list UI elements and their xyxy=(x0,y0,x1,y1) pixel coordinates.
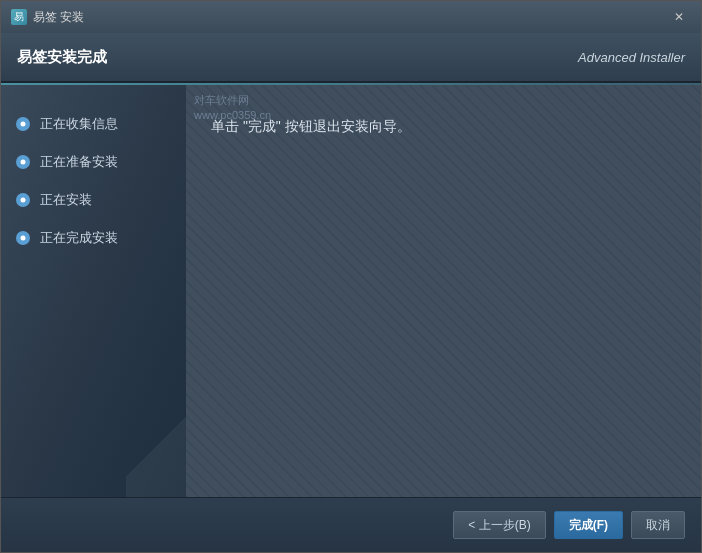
step-label-3: 正在安装 xyxy=(40,191,92,209)
step-radio-4 xyxy=(16,231,30,245)
footer: < 上一步(B) 完成(F) 取消 xyxy=(1,497,701,552)
header-title: 易签安装完成 xyxy=(17,48,107,67)
main-content: 正在收集信息 正在准备安装 正在安装 正在完成安装 对车软件网 www.pc03… xyxy=(1,85,701,497)
step-radio-2 xyxy=(16,155,30,169)
sidebar-step-3: 正在安装 xyxy=(16,191,171,209)
cancel-button[interactable]: 取消 xyxy=(631,511,685,539)
content-message: 单击 "完成" 按钮退出安装向导。 xyxy=(211,115,676,137)
content-panel: 对车软件网 www.pc0359.cn 单击 "完成" 按钮退出安装向导。 xyxy=(186,85,701,497)
step-label-2: 正在准备安装 xyxy=(40,153,118,171)
step-label-1: 正在收集信息 xyxy=(40,115,118,133)
back-button[interactable]: < 上一步(B) xyxy=(453,511,545,539)
sidebar-step-4: 正在完成安装 xyxy=(16,229,171,247)
window-title: 易签 安装 xyxy=(33,9,84,26)
finish-button[interactable]: 完成(F) xyxy=(554,511,623,539)
title-bar-left: 易 易签 安装 xyxy=(11,9,84,26)
title-bar: 易 易签 安装 ✕ xyxy=(1,1,701,33)
sidebar-step-1: 正在收集信息 xyxy=(16,115,171,133)
close-button[interactable]: ✕ xyxy=(665,7,693,27)
header-strip: 易签安装完成 Advanced Installer xyxy=(1,33,701,83)
installer-window: 易 易签 安装 ✕ 易签安装完成 Advanced Installer 正在收集… xyxy=(0,0,702,553)
step-radio-1 xyxy=(16,117,30,131)
step-label-4: 正在完成安装 xyxy=(40,229,118,247)
header-brand: Advanced Installer xyxy=(578,50,685,65)
sidebar: 正在收集信息 正在准备安装 正在安装 正在完成安装 xyxy=(1,85,186,497)
window-icon: 易 xyxy=(11,9,27,25)
step-radio-3 xyxy=(16,193,30,207)
title-bar-buttons: ✕ xyxy=(665,7,693,27)
sidebar-step-2: 正在准备安装 xyxy=(16,153,171,171)
